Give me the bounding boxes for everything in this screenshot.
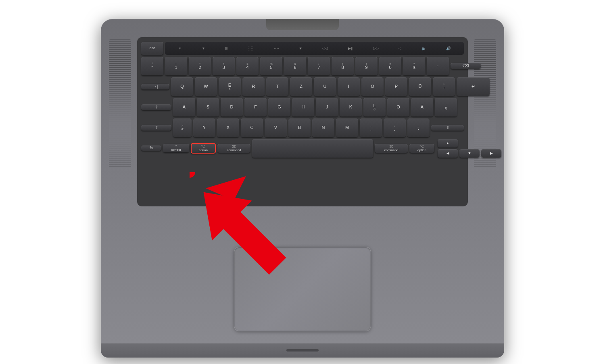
d-key[interactable]: D [221,98,243,116]
shift-left-key[interactable]: ⇧ [141,125,171,131]
0-key[interactable]: = 0 [379,57,401,75]
asdf-row: ⇪ A S D F G H [141,98,464,116]
command-left-key[interactable]: ⌘ command [217,144,250,153]
w-key[interactable]: W [195,77,217,96]
5-key[interactable]: % 5 [260,57,282,75]
caret-key[interactable]: ° ^ [141,57,163,75]
hash-key[interactable]: ' # [435,98,457,116]
9-key[interactable]: ) 9 [355,57,378,75]
s-key[interactable]: S [197,98,219,116]
arrow-down-key[interactable]: ▼ [459,149,480,158]
backtick-key[interactable]: ` ´ [427,57,449,75]
bottom-notch [286,349,319,352]
sz-key[interactable]: ? ß [403,57,425,75]
camera-notch [266,19,339,30]
t-key[interactable]: T [266,77,288,96]
arrow-right-key[interactable]: ▶ [481,149,501,158]
space-key[interactable] [252,139,373,158]
2-key[interactable]: " 2 [189,57,211,75]
laptop: esc ☀ ☀ ⊞ ⣿⣿ ·· ·· ☀ ◁◁ ▶‖ ▷▷ ◁ 🔈 🔊 [81,7,524,358]
k-key[interactable]: K [340,98,362,116]
1-key[interactable]: ! 1 [165,57,187,75]
f-key[interactable]: F [244,98,267,116]
backspace-key[interactable]: ⌫ [451,63,481,69]
8-key[interactable]: ( 8 [332,57,354,75]
yxcv-row: ⇧ > < Y X C V B [141,119,464,137]
qwerty-row: →| Q W E € R T Z [141,77,464,96]
fn-row: esc ☀ ☀ ⊞ ⣿⣿ ·· ·· ☀ ◁◁ ▶‖ ▷▷ ◁ 🔈 🔊 [141,42,464,55]
esc-key[interactable]: esc [141,42,163,55]
oe-key[interactable]: Ö [387,98,409,116]
l-key[interactable]: L @ [363,98,386,116]
tab-key[interactable]: →| [141,84,169,89]
option-left-key[interactable]: ⌥ option [191,143,216,154]
p-key[interactable]: P [385,77,407,96]
v-key[interactable]: V [265,119,287,137]
b-key[interactable]: B [288,119,311,137]
3-key[interactable]: § 3 [213,57,235,75]
lt-gt-key[interactable]: > < [173,119,192,137]
option-right-key[interactable]: ⌥ option [409,144,434,153]
bottom-bar [101,343,504,358]
modifier-row: fn ^ control ⌥ option ⌘ command [141,139,464,158]
z-key[interactable]: Z [290,77,312,96]
6-key[interactable]: & 6 [284,57,306,75]
shift-right-key[interactable]: ⇧ [431,125,464,131]
arrow-up-key[interactable]: ▲ [438,139,458,148]
a-key[interactable]: A [173,98,195,116]
minus-key[interactable]: _ - [407,119,430,137]
c-key[interactable]: C [241,119,263,137]
caps-key[interactable]: ⇪ [141,104,171,110]
comma-key[interactable]: ; , [360,119,382,137]
7-key[interactable]: / 7 [308,57,330,75]
speaker-left [109,39,131,168]
o-key[interactable]: O [361,77,384,96]
q-key[interactable]: Q [171,77,193,96]
e-key[interactable]: E € [219,77,241,96]
ae-key[interactable]: Ä [411,98,433,116]
u-key[interactable]: U [314,77,336,96]
dot-key[interactable]: : . [384,119,406,137]
arrow-left-key[interactable]: ◀ [438,149,458,158]
keyboard-area: esc ☀ ☀ ⊞ ⣿⣿ ·· ·· ☀ ◁◁ ▶‖ ▷▷ ◁ 🔈 🔊 [137,37,468,206]
i-key[interactable]: I [338,77,360,96]
number-row: ° ^ ! 1 " 2 § 3 $ 4 [141,57,464,75]
plus-key[interactable]: * + [433,77,455,96]
y-key[interactable]: Y [193,119,215,137]
control-key[interactable]: ^ control [163,144,189,152]
m-key[interactable]: M [336,119,358,137]
ue-key[interactable]: Ü [409,77,431,96]
h-key[interactable]: H [292,98,314,116]
laptop-body: esc ☀ ☀ ⊞ ⣿⣿ ·· ·· ☀ ◁◁ ▶‖ ▷▷ ◁ 🔈 🔊 [101,19,504,358]
command-right-key[interactable]: ⌘ command [375,144,408,153]
g-key[interactable]: G [268,98,290,116]
n-key[interactable]: N [312,119,334,137]
4-key[interactable]: $ 4 [236,57,259,75]
j-key[interactable]: J [316,98,338,116]
x-key[interactable]: X [217,119,239,137]
touch-bar[interactable]: ☀ ☀ ⊞ ⣿⣿ ·· ·· ☀ ◁◁ ▶‖ ▷▷ ◁ 🔈 🔊 [165,42,464,55]
trackpad[interactable] [234,247,371,331]
fn-key[interactable]: fn [141,146,161,151]
return-key[interactable]: ↵ [457,77,490,96]
r-key[interactable]: R [242,77,265,96]
